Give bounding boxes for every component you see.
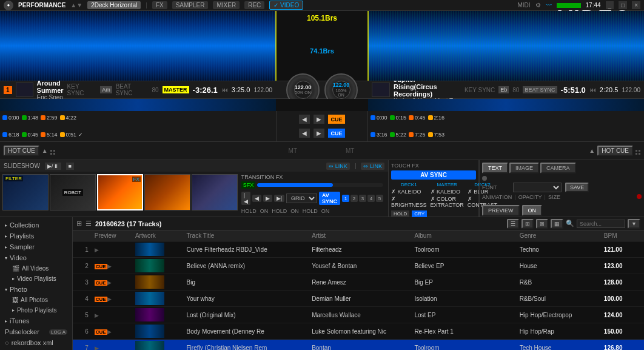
filter-view-btn[interactable]: ▦: [551, 219, 563, 229]
fav-dot-1[interactable]: 1: [342, 195, 349, 202]
deck1-cue-6[interactable]: 0:45: [22, 130, 39, 139]
video-thumb-2[interactable]: ROBOT: [50, 174, 96, 210]
deck2-cue-3[interactable]: 0:45: [409, 113, 426, 123]
deck2-cue-6[interactable]: 5:22: [390, 130, 407, 139]
cry-btn[interactable]: CRY: [412, 210, 427, 217]
fav-dot-4[interactable]: 4: [367, 195, 375, 202]
deck2-cue-8[interactable]: 7:53: [428, 130, 445, 139]
table-row[interactable]: 4 CUE▶ Your whay Demian Muller Isolation…: [73, 291, 644, 307]
deck2-next-btn[interactable]: ▶: [314, 129, 324, 138]
link-btn-2[interactable]: ⇔ LINK: [361, 163, 384, 170]
font-select[interactable]: [513, 183, 562, 192]
av-sync-btn-2[interactable]: AV SYNC: [319, 192, 340, 205]
sidebar-item-all-photos[interactable]: 🖼 All Photos: [0, 295, 72, 305]
close-btn[interactable]: ×: [632, 1, 640, 9]
play-btn[interactable]: ▶/⏸: [45, 163, 61, 170]
deck1-cue-5[interactable]: 6:18: [2, 130, 19, 139]
rec-tab[interactable]: REC: [244, 1, 264, 9]
col-artwork[interactable]: Artwork: [132, 231, 183, 241]
deck2-cue-btn[interactable]: CUE: [328, 129, 344, 138]
master-fx-color[interactable]: ✗ COLOR EXTRACTOR: [431, 196, 464, 208]
master-fx-kaleido[interactable]: ✗ KALEIDO: [431, 189, 464, 195]
av-sync-big[interactable]: AV SYNC: [391, 170, 476, 180]
col-artist[interactable]: Artist: [308, 231, 411, 241]
deck2-hot-cue-btn[interactable]: HOT CUE: [597, 146, 633, 156]
sidebar-item-photo[interactable]: ▾ Photo: [0, 284, 72, 295]
deck2-cue-1[interactable]: 0:00: [371, 113, 387, 123]
fav-dot-3[interactable]: 3: [359, 195, 366, 202]
deck1-hot-cue-btn[interactable]: HOT CUE: [4, 146, 39, 156]
sidebar-item-playlists[interactable]: ▸ Playlists: [0, 231, 72, 241]
sampler-tab[interactable]: SAMPLER: [172, 1, 209, 9]
video-thumb-1[interactable]: FILTER: [2, 174, 49, 210]
tab-camera[interactable]: CAMERA: [540, 163, 576, 173]
video-thumb-3[interactable]: FX: [97, 174, 143, 210]
mixer-tab[interactable]: MIXER: [213, 1, 240, 9]
sidebar-item-pulselocker[interactable]: Pulselocker LOG A: [0, 326, 72, 337]
search-input[interactable]: [577, 220, 625, 228]
deck1-cue-2[interactable]: 1:48: [22, 113, 39, 123]
sort-btn[interactable]: ⊠: [536, 219, 548, 229]
video-thumb-5[interactable]: [192, 174, 238, 210]
table-row[interactable]: 1 ▶ Curve Filterheadz RBDJ_Vide Filterhe…: [73, 241, 644, 258]
list-view-btn[interactable]: ☰: [507, 219, 519, 229]
fav-dot-2[interactable]: 2: [351, 195, 358, 202]
browse-icon-1[interactable]: ⊞: [76, 220, 82, 227]
table-row[interactable]: 6 CUE▶ Body Movement (Denney Re Luke Sol…: [73, 323, 644, 340]
sidebar-item-sampler[interactable]: ▸ Sampler: [0, 241, 72, 252]
sidebar-item-video-playlists[interactable]: ▸ Video Playlists: [0, 274, 72, 284]
deck1-next-btn[interactable]: ▶: [314, 115, 324, 124]
table-row[interactable]: 2 CUE▶ Believe (ANNA remix) Yousef & Bon…: [73, 258, 644, 274]
fav-dot-5[interactable]: 5: [376, 195, 383, 202]
deck2-cue-2[interactable]: 0:15: [390, 113, 407, 123]
layout-tab[interactable]: 2Deck Horizontal: [87, 1, 141, 9]
sidebar-item-photo-playlists[interactable]: ▸ Photo Playlists: [0, 305, 72, 315]
deck2-cue-7[interactable]: 7:25: [409, 130, 426, 139]
deck1-cue-7[interactable]: 5:14: [41, 130, 58, 139]
deck1-cue-1[interactable]: 0:00: [2, 113, 19, 123]
deck1-prev-btn[interactable]: ◀: [299, 115, 310, 124]
deck2-prev-btn[interactable]: ◀: [299, 129, 310, 138]
grid-select[interactable]: GRID: [286, 194, 317, 203]
trans-play-btn[interactable]: ▶: [263, 195, 272, 202]
stop-btn[interactable]: ■: [66, 163, 74, 170]
trans-prev-btn[interactable]: ◀: [252, 195, 261, 202]
table-row[interactable]: 5 ▶ Lost (Original Mix) Marcellus Wallac…: [73, 307, 644, 323]
link-btn-1[interactable]: ⇔ LINK: [326, 163, 350, 170]
grid-view-btn[interactable]: ⊞: [522, 219, 534, 229]
deck1-fx-kaleido[interactable]: ✗ KALEIDO: [391, 189, 427, 195]
col-bpm[interactable]: BPM: [600, 231, 637, 241]
deck2-cue-4[interactable]: 2:16: [428, 113, 445, 123]
more-btn[interactable]: ▼: [628, 219, 640, 229]
tab-text[interactable]: TEXT: [482, 163, 508, 173]
sidebar-item-itunes[interactable]: ▸ iTunes: [0, 315, 72, 326]
col-album[interactable]: Album: [411, 231, 515, 241]
deck2-cue-5[interactable]: 3:16: [371, 130, 387, 139]
sidebar-item-rekordbox-xml[interactable]: ○ rekordbox xml: [0, 337, 72, 348]
trans-back-btn[interactable]: |◀: [241, 192, 250, 205]
table-row[interactable]: 3 CUE▶ Big Rene Amesz Big EP R&B 128.00: [73, 274, 644, 291]
deck1-cue-8[interactable]: 0:51 ✓: [60, 130, 83, 139]
video-tab[interactable]: ✓ VIDEO: [269, 1, 303, 10]
on-btn[interactable]: ON: [522, 205, 543, 216]
hold-btn-deck1[interactable]: HOLD: [391, 210, 409, 217]
preview-btn[interactable]: PREVIEW: [482, 205, 520, 216]
sidebar-item-video[interactable]: ▾ Video: [0, 252, 72, 263]
trans-next-btn[interactable]: ▶|: [274, 195, 284, 202]
settings-icon[interactable]: ⚙: [535, 2, 541, 8]
video-thumb-4[interactable]: [144, 174, 190, 210]
deck1-cue-btn[interactable]: CUE: [328, 115, 344, 124]
col-title[interactable]: Track Title: [183, 231, 309, 241]
fx-tab[interactable]: FX: [152, 1, 167, 9]
deck1-cue-3[interactable]: 2:59: [41, 113, 58, 123]
table-row[interactable]: 7 ▶ Firefly (Christian Nielsen Rem Bonta…: [73, 340, 644, 351]
deck1-cue-4[interactable]: 4:22: [60, 113, 77, 123]
tab-image[interactable]: IMAGE: [509, 163, 539, 173]
browse-icon-2[interactable]: ☰: [86, 220, 92, 227]
deck1-fx-brightness[interactable]: ✗ BRIGHTNESS: [391, 196, 427, 208]
save-btn[interactable]: SAVE: [565, 183, 589, 192]
sidebar-item-all-videos[interactable]: 🎬 All Videos: [0, 263, 72, 274]
col-preview[interactable]: Preview: [91, 231, 132, 241]
col-genre[interactable]: Genre: [516, 231, 600, 241]
sidebar-item-collection[interactable]: ▸ Collection: [0, 220, 72, 231]
